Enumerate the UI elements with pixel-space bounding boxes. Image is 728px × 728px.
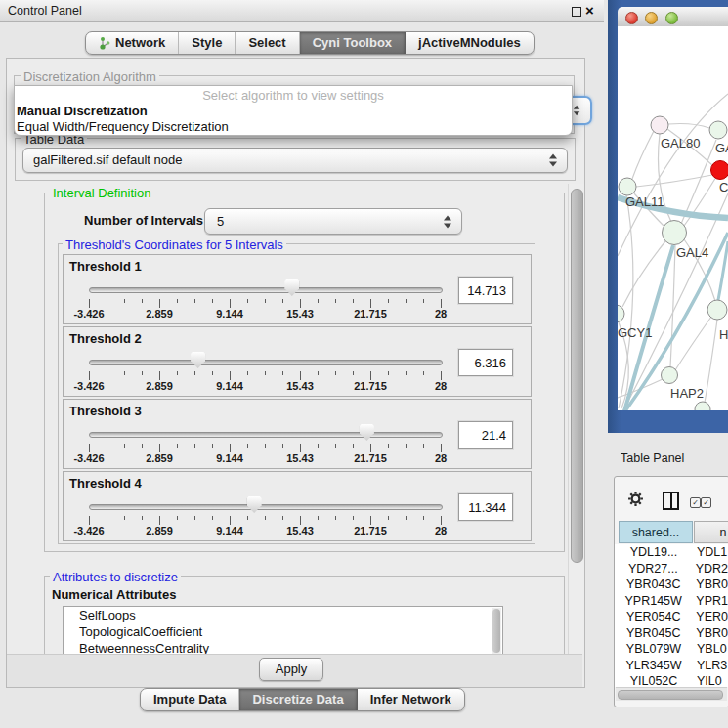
- column-header-name[interactable]: n: [694, 521, 728, 543]
- cell-shared-name[interactable]: YDR27...: [615, 561, 692, 578]
- table-row[interactable]: YER054CYER0: [615, 609, 728, 625]
- slider-track[interactable]: [89, 504, 443, 510]
- table-row[interactable]: YBR045CYBR0: [615, 625, 728, 642]
- table-row[interactable]: YIL052CYIL0: [615, 673, 728, 687]
- tick-mark: [335, 299, 336, 303]
- tick-label: 21.715: [349, 452, 392, 464]
- table-row[interactable]: YDR27...YDR2: [615, 561, 728, 578]
- network-node-node-h[interactable]: [707, 300, 727, 320]
- slider-track[interactable]: [89, 432, 443, 438]
- cell-name[interactable]: YIL0: [693, 673, 722, 687]
- network-node-HAP2[interactable]: [662, 367, 678, 384]
- table-row[interactable]: YPR145WYPR1: [615, 593, 728, 610]
- network-edge[interactable]: [619, 233, 728, 410]
- cell-shared-name[interactable]: YBL079W: [615, 641, 693, 658]
- attribute-list-item[interactable]: SelfLoops: [64, 607, 502, 623]
- cell-shared-name[interactable]: YDL19...: [615, 544, 693, 561]
- network-node-node-red[interactable]: [711, 161, 728, 180]
- threshold-value-field[interactable]: 21.4: [458, 421, 513, 449]
- network-node-node-b[interactable]: [695, 402, 710, 410]
- table-row[interactable]: YBL079WYBL0: [615, 641, 728, 658]
- tick-mark: [300, 444, 301, 452]
- table-row[interactable]: YBR043CYBR0: [615, 577, 728, 593]
- tab-discretize-data[interactable]: Discretize Data: [239, 689, 357, 710]
- network-node-GCY1[interactable]: [618, 305, 624, 322]
- dropdown-option-equal-width[interactable]: Equal Width/Frequency Discretization: [15, 119, 572, 135]
- float-window-icon[interactable]: [572, 7, 581, 17]
- number-of-intervals-combobox[interactable]: 5: [204, 208, 462, 235]
- slider-track[interactable]: [89, 287, 443, 293]
- cell-name[interactable]: YDL1: [693, 544, 727, 561]
- tick-mark: [406, 444, 407, 448]
- cell-shared-name[interactable]: YLR345W: [615, 658, 693, 674]
- tab-jactivemnodules[interactable]: jActiveMNodules: [406, 32, 534, 54]
- threshold-value-field[interactable]: 6.316: [458, 349, 513, 376]
- tick-label: 28: [419, 452, 462, 464]
- deselect-all-check-icon[interactable]: ✓: [701, 497, 711, 508]
- node-label-GAL11: GAL11: [625, 194, 664, 209]
- select-all-check-icon[interactable]: ✓: [690, 497, 701, 508]
- tick-mark: [388, 299, 389, 303]
- scrollbar-thumb[interactable]: [571, 189, 583, 563]
- column-header-shared[interactable]: shared...: [619, 521, 693, 543]
- network-edge[interactable]: [670, 245, 675, 367]
- column-visibility-icon[interactable]: [663, 492, 679, 510]
- table-rows[interactable]: YDL19...YDL1YDR27...YDR2YBR043CYBR0YPR14…: [615, 544, 728, 687]
- tick-label: 21.715: [349, 380, 392, 392]
- tab-infer-network[interactable]: Infer Network: [358, 689, 464, 710]
- network-edge[interactable]: [636, 175, 712, 187]
- cell-name[interactable]: YPR1: [692, 593, 728, 610]
- network-edge[interactable]: [619, 195, 633, 408]
- network-node-GAL4[interactable]: [663, 221, 687, 245]
- threshold-value-field[interactable]: 11.344: [458, 493, 513, 521]
- slider-track[interactable]: [89, 360, 443, 365]
- panel-vertical-scrollbar[interactable]: [568, 184, 584, 654]
- minimize-traffic-light-icon[interactable]: [645, 12, 658, 24]
- network-node-GAL11[interactable]: [619, 178, 636, 195]
- threshold-value-field[interactable]: 14.713: [458, 277, 513, 304]
- cell-shared-name[interactable]: YER054C: [615, 609, 692, 625]
- table-row[interactable]: YDL19...YDL1: [615, 544, 728, 561]
- slider-thumb[interactable]: [247, 496, 262, 513]
- cell-shared-name[interactable]: YPR145W: [615, 593, 692, 610]
- dropdown-option-manual[interactable]: Manual Discretization: [15, 104, 572, 119]
- slider-thumb[interactable]: [284, 279, 299, 296]
- slider-thumb[interactable]: [360, 424, 374, 441]
- cell-shared-name[interactable]: YBR045C: [615, 625, 692, 642]
- cell-name[interactable]: YBR0: [692, 625, 728, 642]
- network-edge[interactable]: [632, 131, 654, 179]
- close-icon[interactable]: ×: [585, 1, 594, 21]
- tick-mark: [265, 516, 266, 520]
- cell-name[interactable]: YBL0: [693, 641, 727, 658]
- slider-thumb[interactable]: [191, 352, 205, 368]
- cell-shared-name[interactable]: YIL052C: [615, 673, 693, 687]
- tab-cyni-toolbox[interactable]: Cyni Toolbox: [300, 32, 406, 54]
- zoom-traffic-light-icon[interactable]: [665, 12, 678, 24]
- tab-select[interactable]: Select: [236, 32, 299, 54]
- attribute-list-item[interactable]: TopologicalCoefficient: [64, 623, 502, 640]
- tab-impute-data[interactable]: Impute Data: [141, 689, 239, 710]
- settings-gear-icon[interactable]: [627, 491, 644, 511]
- node-label-node-ga: GA: [715, 141, 728, 155]
- cell-shared-name[interactable]: YBR043C: [615, 577, 692, 593]
- network-edge[interactable]: [705, 320, 717, 403]
- cell-name[interactable]: YER0: [692, 609, 728, 625]
- tick-mark: [265, 299, 266, 303]
- network-window-titlebar[interactable]: [618, 7, 728, 27]
- tab-network[interactable]: Network: [86, 32, 179, 54]
- cell-name[interactable]: YLR3: [693, 658, 727, 674]
- close-traffic-light-icon[interactable]: [625, 12, 638, 24]
- table-row[interactable]: YLR345WYLR3: [615, 658, 728, 674]
- list-scrollbar[interactable]: [492, 608, 501, 654]
- apply-button[interactable]: Apply: [259, 658, 323, 681]
- network-canvas[interactable]: GAL80GACGAL11GAL4GCY1HHAP2: [618, 26, 728, 410]
- cell-name[interactable]: YBR0: [692, 577, 728, 593]
- tab-style[interactable]: Style: [179, 32, 236, 54]
- cell-name[interactable]: YDR2: [692, 561, 728, 578]
- numerical-attributes-list[interactable]: SelfLoopsTopologicalCoefficientBetweenne…: [63, 606, 503, 656]
- network-node-GAL80[interactable]: [651, 116, 668, 134]
- network-node-node-ga[interactable]: [709, 121, 727, 139]
- table-horizontal-scrollbar[interactable]: [616, 687, 727, 701]
- network-edge[interactable]: [668, 124, 709, 129]
- table-data-combobox[interactable]: galFiltered.sif default node: [22, 148, 568, 173]
